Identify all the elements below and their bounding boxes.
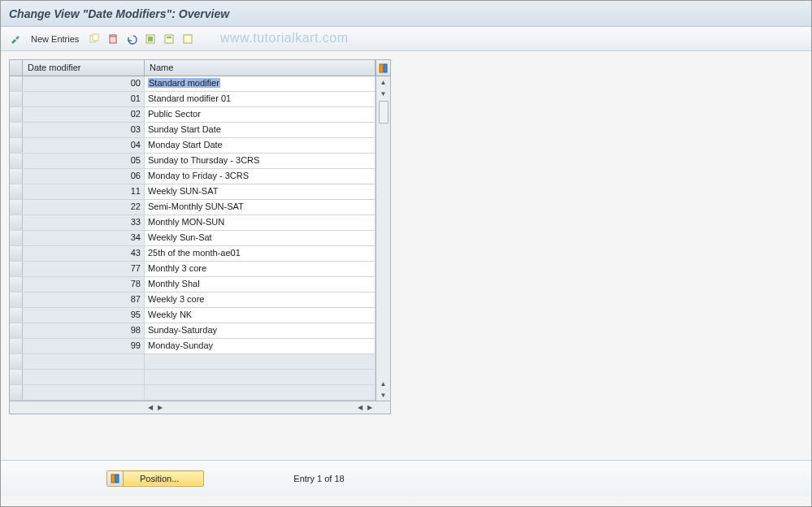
- cell-modifier[interactable]: 04: [23, 138, 145, 153]
- cell-name[interactable]: Sunday to Thursday - 3CRS: [145, 154, 376, 168]
- cell-name[interactable]: Sunday-Saturday: [145, 323, 376, 338]
- cell-name[interactable]: 25th of the month-ae01: [145, 246, 376, 261]
- table-row[interactable]: 05Sunday to Thursday - 3CRS: [10, 154, 376, 169]
- table-row[interactable]: 99Monday-Sunday: [10, 339, 376, 354]
- table-row[interactable]: 01Standard modifier 01: [10, 92, 376, 107]
- cell-modifier[interactable]: 43: [23, 246, 145, 261]
- cell-name[interactable]: [145, 370, 376, 384]
- cell-name[interactable]: Monthly 3 core: [145, 262, 376, 276]
- column-header-name[interactable]: Name: [145, 60, 376, 76]
- cell-modifier[interactable]: [23, 385, 145, 400]
- cell-name[interactable]: Monthly MON-SUN: [145, 215, 376, 230]
- delete-icon[interactable]: [105, 31, 121, 47]
- table-row[interactable]: 11Weekly SUN-SAT: [10, 184, 376, 200]
- row-selector[interactable]: [10, 292, 23, 307]
- table-row[interactable]: 4325th of the month-ae01: [10, 246, 376, 262]
- cell-modifier[interactable]: 11: [23, 184, 145, 199]
- cell-name[interactable]: Monday to Friday - 3CRS: [145, 169, 376, 184]
- row-selector[interactable]: [10, 323, 23, 338]
- table-row[interactable]: 77Monthly 3 core: [10, 262, 376, 277]
- table-row[interactable]: 33Monthly MON-SUN: [10, 215, 376, 231]
- select-block-icon[interactable]: [161, 31, 177, 47]
- cell-modifier[interactable]: 99: [23, 339, 145, 353]
- cell-modifier[interactable]: 33: [23, 215, 145, 230]
- cell-name[interactable]: Sunday Start Date: [145, 123, 376, 137]
- cell-modifier[interactable]: 05: [23, 154, 145, 168]
- cell-name[interactable]: Semi-Monthly SUN-SAT: [145, 200, 376, 214]
- copy-icon[interactable]: [86, 31, 102, 47]
- new-entries-button[interactable]: New Entries: [26, 31, 84, 47]
- row-selector[interactable]: [10, 385, 23, 400]
- row-selector[interactable]: [10, 339, 23, 353]
- row-selector[interactable]: [10, 215, 23, 230]
- table-row[interactable]: [10, 385, 376, 401]
- table-row[interactable]: 00Standard modifier: [10, 76, 376, 92]
- table-row[interactable]: 98Sunday-Saturday: [10, 323, 376, 339]
- table-row[interactable]: 03Sunday Start Date: [10, 123, 376, 138]
- cell-name[interactable]: [145, 385, 376, 400]
- cell-name[interactable]: Weekly SUN-SAT: [145, 184, 376, 199]
- cell-modifier[interactable]: 03: [23, 123, 145, 137]
- row-selector[interactable]: [10, 76, 23, 91]
- cell-name[interactable]: Standard modifier: [145, 76, 376, 91]
- row-selector[interactable]: [10, 107, 23, 122]
- scroll-up-icon[interactable]: ▲: [377, 76, 390, 88]
- scroll-right-icon[interactable]: ▶: [366, 404, 374, 411]
- cell-modifier[interactable]: 22: [23, 200, 145, 214]
- scroll-left-icon[interactable]: ◀: [146, 404, 154, 411]
- row-selector[interactable]: [10, 277, 23, 292]
- position-button[interactable]: Position...: [106, 470, 204, 487]
- scroll-right-icon[interactable]: ▶: [156, 404, 164, 411]
- cell-modifier[interactable]: 77: [23, 262, 145, 276]
- vertical-scrollbar[interactable]: ▲ ▼ ▲ ▼: [376, 76, 390, 401]
- row-selector[interactable]: [10, 200, 23, 214]
- cell-modifier[interactable]: 98: [23, 323, 145, 338]
- row-selector[interactable]: [10, 370, 23, 384]
- row-selector[interactable]: [10, 138, 23, 153]
- row-selector[interactable]: [10, 231, 23, 245]
- cell-name[interactable]: Weekly 3 core: [145, 292, 376, 307]
- cell-modifier[interactable]: 87: [23, 292, 145, 307]
- scroll-up-icon[interactable]: ▲: [377, 378, 390, 389]
- cell-modifier[interactable]: [23, 354, 145, 369]
- row-selector[interactable]: [10, 92, 23, 106]
- row-selector[interactable]: [10, 308, 23, 323]
- row-selector[interactable]: [10, 154, 23, 168]
- table-row[interactable]: 87Weekly 3 core: [10, 292, 376, 308]
- undo-icon[interactable]: [124, 31, 140, 47]
- table-row[interactable]: 95Weekly NK: [10, 308, 376, 323]
- table-row[interactable]: [10, 354, 376, 370]
- table-row[interactable]: [10, 370, 376, 385]
- column-header-modifier[interactable]: Date modifier: [23, 60, 145, 76]
- row-selector[interactable]: [10, 246, 23, 261]
- scroll-down-icon[interactable]: ▼: [377, 88, 390, 99]
- table-row[interactable]: 34Weekly Sun-Sat: [10, 231, 376, 246]
- cell-name[interactable]: Weekly NK: [145, 308, 376, 323]
- row-selector[interactable]: [10, 169, 23, 184]
- cell-name[interactable]: Public Sector: [145, 107, 376, 122]
- row-selector[interactable]: [10, 354, 23, 369]
- scroll-down-icon[interactable]: ▼: [377, 389, 390, 401]
- cell-modifier[interactable]: 78: [23, 277, 145, 292]
- row-selector[interactable]: [10, 123, 23, 137]
- toggle-edit-icon[interactable]: [7, 31, 24, 47]
- deselect-all-icon[interactable]: [180, 31, 196, 47]
- cell-modifier[interactable]: 00: [23, 76, 145, 91]
- cell-modifier[interactable]: 06: [23, 169, 145, 184]
- table-row[interactable]: 22Semi-Monthly SUN-SAT: [10, 200, 376, 215]
- cell-name[interactable]: [145, 354, 376, 369]
- cell-modifier[interactable]: 01: [23, 92, 145, 106]
- cell-modifier[interactable]: [23, 370, 145, 384]
- table-settings-icon[interactable]: [376, 60, 390, 76]
- table-row[interactable]: 02Public Sector: [10, 107, 376, 123]
- cell-name[interactable]: Monday Start Date: [145, 138, 376, 153]
- cell-modifier[interactable]: 95: [23, 308, 145, 323]
- table-row[interactable]: 06Monday to Friday - 3CRS: [10, 169, 376, 184]
- cell-name[interactable]: Monthly Shal: [145, 277, 376, 292]
- select-all-icon[interactable]: [142, 31, 158, 47]
- cell-name[interactable]: Monday-Sunday: [145, 339, 376, 353]
- horizontal-scrollbar[interactable]: ◀ ▶ ◀ ▶: [10, 401, 390, 414]
- table-row[interactable]: 78Monthly Shal: [10, 277, 376, 292]
- row-selector[interactable]: [10, 184, 23, 199]
- cell-name[interactable]: Weekly Sun-Sat: [145, 231, 376, 245]
